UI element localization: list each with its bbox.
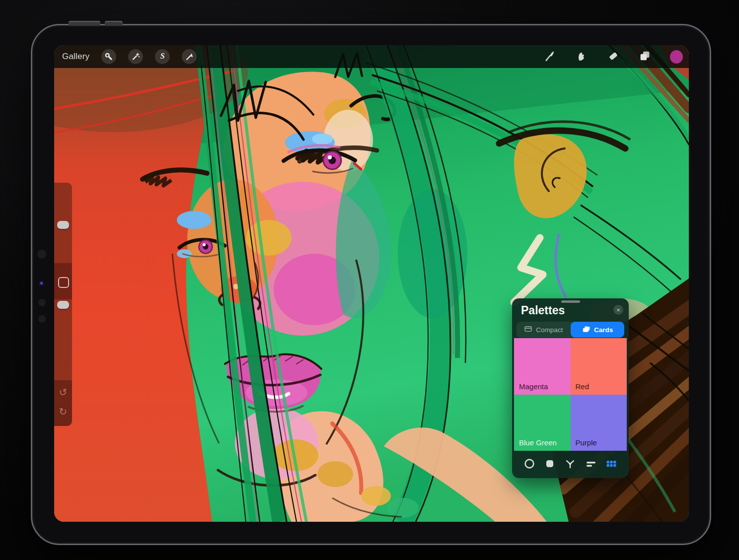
top-toolbar: Gallery [54,45,689,68]
harmony-mode-button[interactable] [564,458,577,471]
power-button [105,21,123,26]
eraser-tool-button[interactable] [606,50,619,63]
tab-cards-label: Cards [594,326,613,334]
tab-compact[interactable]: Compact [517,322,571,338]
smudge-tool-button[interactable] [575,50,588,63]
color-card-label: Purple [576,438,597,447]
palettes-mode-button[interactable] [605,458,618,471]
palettes-grid-icon [605,458,617,472]
palettes-panel: Palettes × C [512,298,629,478]
panel-title: Palettes [521,304,565,317]
redo-button[interactable]: ↻ [54,407,72,417]
color-button[interactable] [670,50,683,63]
selection-s-icon: S [160,52,165,60]
tab-compact-label: Compact [536,326,563,334]
color-card-red[interactable]: Red [571,338,627,395]
brush-tool-button[interactable] [543,50,556,63]
actions-button[interactable] [101,49,116,64]
close-button[interactable]: × [613,305,623,315]
procreate-screen: Gallery [54,45,689,522]
transform-arrow-icon [185,52,194,61]
wrench-icon [104,52,113,61]
ipad-device: Gallery [31,24,711,545]
layers-button[interactable] [638,50,651,63]
sensor-dot [38,299,46,306]
magic-wand-icon [131,52,140,61]
layers-icon [639,50,651,64]
sensor-dot [38,315,46,323]
front-camera [37,250,46,259]
view-mode-segmented-control: Compact Cards [517,322,624,338]
classic-mode-button[interactable] [543,458,556,471]
selection-button[interactable]: S [155,49,170,64]
side-toolbar: ↺ ↻ [54,183,72,426]
value-mode-button[interactable] [585,458,597,471]
close-icon: × [616,307,620,313]
palette-card-grid: Magenta Red Blue Green Purple [514,338,627,451]
harmony-icon [564,458,576,472]
value-icon [585,458,597,472]
undo-button[interactable]: ↺ [54,387,72,397]
color-card-purple[interactable]: Purple [571,395,627,451]
modify-button[interactable] [58,277,69,288]
color-card-label: Red [576,382,590,391]
color-panel-mode-bar [512,451,629,478]
pencil-indicator-led [40,282,43,284]
color-card-blue-green[interactable]: Blue Green [514,395,571,451]
brush-icon [543,50,556,64]
color-card-magenta[interactable]: Magenta [514,338,571,395]
smudge-icon [575,50,588,64]
color-card-label: Blue Green [519,438,557,447]
opacity-handle[interactable] [57,301,69,309]
classic-icon [544,458,556,472]
compact-card-icon [524,325,532,334]
active-color-swatch [670,50,683,64]
opacity-slider[interactable] [54,299,72,380]
adjustments-button[interactable] [128,49,143,64]
disc-icon [523,458,535,472]
cards-stack-icon [582,325,591,335]
tab-cards[interactable]: Cards [571,322,625,338]
color-card-label: Magenta [519,382,548,391]
volume-button [69,21,100,26]
disc-mode-button[interactable] [523,458,536,471]
gallery-button[interactable]: Gallery [62,52,89,62]
eraser-icon [607,50,619,64]
brush-size-handle[interactable] [57,221,69,229]
panel-drag-handle[interactable] [561,300,580,303]
transform-button[interactable] [182,49,197,64]
